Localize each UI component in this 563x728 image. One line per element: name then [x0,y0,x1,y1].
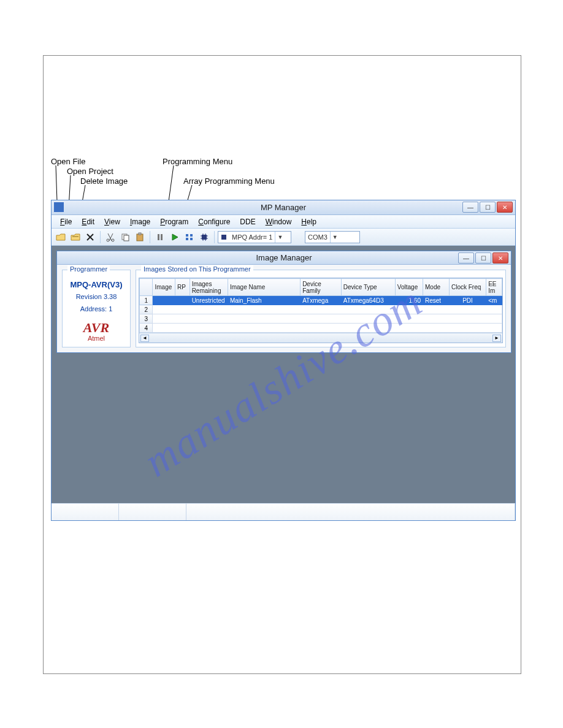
open-project-button[interactable] [69,230,82,244]
chevron-down-icon: ▼ [275,232,285,243]
svg-point-6 [112,239,114,241]
callout-labels: Open File Open Project Delete Image Prog… [51,157,516,200]
chip-icon [218,232,229,243]
program-button[interactable] [168,230,182,244]
child-maximize-button[interactable]: ☐ [475,252,491,264]
menu-configure[interactable]: Configure [193,215,235,228]
svg-rect-15 [186,238,188,240]
svg-rect-8 [124,235,129,241]
image-manager-window: Image Manager — ☐ ✕ Programmer MP [56,251,511,353]
menu-dde[interactable]: DDE [235,215,260,228]
com-port-combo[interactable]: COM3 ▼ [305,231,360,243]
table-row[interactable]: 1 Unrestricted Main_Flash ATxmega ATxmeg… [140,296,502,305]
callout-programming-menu: Programming Menu [163,157,232,166]
programmer-panel: Programmer MPQ-AVR(V3) Revision 3.38 Add… [62,270,131,347]
address-combo[interactable]: MPQ Addr= 1 ▼ [218,231,291,243]
minimize-button[interactable]: — [462,202,478,213]
avr-logo: AVR [65,321,128,335]
col-ee[interactable]: EE Im [486,279,502,296]
child-minimize-button[interactable]: — [458,252,474,264]
copy-button[interactable] [118,230,132,244]
images-grid-legend: Images Stored on This Programmer [141,265,253,273]
stop-button[interactable] [153,230,167,244]
grid-header-row: Image RP Images Remaining Image Name Dev… [140,279,502,296]
close-button[interactable]: ✕ [497,202,513,213]
col-clock[interactable]: Clock Freq [449,279,486,296]
row-header[interactable]: 1 [140,296,153,305]
main-title: MP Manager [261,203,306,212]
col-image[interactable]: Image [153,279,175,296]
table-row[interactable]: 2 [140,305,502,314]
cut-button[interactable] [104,230,117,244]
toolbar: MPQ Addr= 1 ▼ COM3 ▼ [52,229,515,246]
svg-rect-9 [137,234,143,241]
scroll-right-icon[interactable]: ► [492,335,501,342]
open-file-button[interactable] [54,230,67,244]
menubar: File Edit View Image Program Configure D… [52,215,515,229]
mdi-area: Image Manager — ☐ ✕ Programmer MP [52,246,515,503]
col-remaining[interactable]: Images Remaining [190,279,228,296]
col-rp[interactable]: RP [175,279,190,296]
app-icon [54,202,64,212]
chevron-down-icon: ▼ [330,232,340,243]
programmer-name: MPQ-AVR(V3) [65,280,128,289]
svg-rect-18 [221,235,226,240]
delete-image-button[interactable] [83,230,97,244]
programmer-revision: Revision 3.38 [65,293,128,300]
child-title: Image Manager [256,253,312,262]
menu-window[interactable]: Window [261,215,297,228]
menu-program[interactable]: Program [155,215,193,228]
col-family[interactable]: Device Family [301,279,342,296]
maximize-button[interactable]: ☐ [480,202,496,213]
images-grid[interactable]: Image RP Images Remaining Image Name Dev… [139,278,502,333]
child-titlebar[interactable]: Image Manager — ☐ ✕ [57,251,511,265]
callout-open-file: Open File [51,157,85,166]
table-row[interactable]: 4 [140,324,502,333]
child-close-button[interactable]: ✕ [492,252,508,264]
svg-rect-10 [139,233,141,235]
com-port-text: COM3 [305,233,330,241]
programmer-legend: Programmer [67,265,110,273]
callout-open-project: Open Project [67,167,113,176]
svg-rect-12 [161,234,163,240]
col-voltage[interactable]: Voltage [395,279,423,296]
scroll-left-icon[interactable]: ◄ [140,335,149,342]
atmel-brand: Atmel [65,335,128,342]
menu-file[interactable]: File [55,215,77,228]
svg-rect-13 [186,234,188,237]
main-titlebar[interactable]: MP Manager — ☐ ✕ [52,200,515,215]
menu-help[interactable]: Help [296,215,321,228]
svg-rect-16 [190,238,193,240]
programmer-address: Address: 1 [65,305,128,313]
callout-array-programming-menu: Array Programming Menu [183,176,275,186]
table-row[interactable]: 3 [140,314,502,324]
svg-point-5 [107,239,109,241]
col-name[interactable]: Image Name [228,279,300,296]
images-grid-panel: Images Stored on This Programmer [136,270,506,347]
menu-edit[interactable]: Edit [77,215,99,228]
menu-image[interactable]: Image [125,215,155,228]
svg-rect-11 [158,234,159,240]
address-combo-text: MPQ Addr= 1 [229,233,275,241]
array-program-button[interactable] [183,230,196,244]
col-type[interactable]: Device Type [341,279,395,296]
paste-button[interactable] [133,230,147,244]
menu-view[interactable]: View [99,215,125,228]
main-window: MP Manager — ☐ ✕ File Edit View Image Pr… [51,200,516,521]
statusbar [52,503,515,520]
callout-delete-image: Delete Image [80,176,128,186]
svg-rect-17 [202,235,207,240]
chip-button[interactable] [197,230,211,244]
grid-hscrollbar[interactable]: ◄ ► [139,333,502,343]
col-mode[interactable]: Mode [423,279,449,296]
svg-rect-14 [190,234,193,237]
